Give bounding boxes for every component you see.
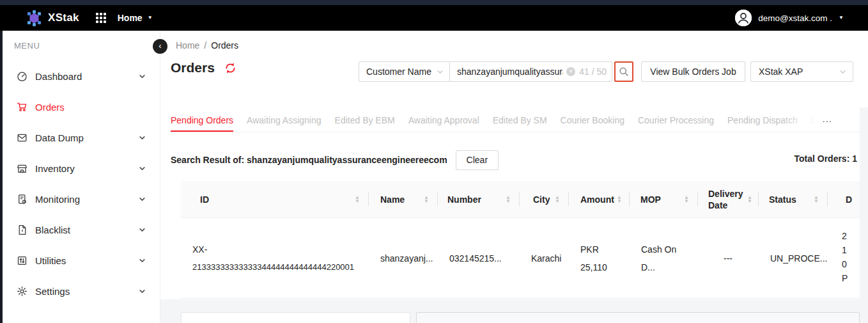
breadcrumb-current: Orders xyxy=(211,40,238,51)
search-field-select-value: Customer Name xyxy=(366,67,431,77)
sort-icon[interactable]: ▲▼ xyxy=(684,196,689,203)
cell-city: Karachi xyxy=(520,249,569,267)
browser-top-strip xyxy=(0,0,868,5)
cell-mop: Cash On D... xyxy=(630,240,698,276)
sidebar-item-label: Data Dump xyxy=(35,132,84,143)
sort-icon[interactable]: ▲▼ xyxy=(747,196,752,203)
tab-courier-booking[interactable]: Courier Booking xyxy=(561,109,624,132)
column-header-city[interactable]: City ▲▼ xyxy=(520,181,569,217)
chevron-down-icon xyxy=(139,196,146,203)
column-header-date-clipped[interactable]: D xyxy=(828,181,860,217)
xap-select[interactable]: XStak XAP xyxy=(750,61,853,82)
sort-icon[interactable]: ▲▼ xyxy=(355,196,360,203)
toolbar: Customer Name × 41 / 50 xyxy=(359,61,853,82)
chevron-down-icon xyxy=(139,288,146,295)
nav-home-label: Home xyxy=(118,13,143,23)
sidebar-item-dashboard[interactable]: Dashboard xyxy=(3,61,160,91)
doc-gear-icon xyxy=(17,194,27,205)
sidebar-item-settings[interactable]: Settings xyxy=(3,276,160,306)
sidebar-item-monitoring[interactable]: Monitoring xyxy=(3,184,160,214)
total-orders-count: Total Orders: 1 xyxy=(794,154,857,164)
search-icon xyxy=(619,67,629,77)
cell-customer-name: shanzayanj... xyxy=(369,249,438,267)
search-result-label: Search Result of: shanzayanjumqualityass… xyxy=(171,155,447,165)
chevron-down-icon xyxy=(839,68,846,75)
refresh-icon[interactable] xyxy=(224,62,236,74)
app-window: XStak Home ▼ demo@xstak.com . ▼ MENU xyxy=(0,0,868,323)
search-field-select[interactable]: Customer Name xyxy=(359,61,450,82)
user-menu[interactable]: demo@xstak.com . ▼ xyxy=(735,10,844,26)
sort-icon[interactable]: ▲▼ xyxy=(617,196,622,203)
breadcrumb-separator: / xyxy=(204,40,206,51)
cell-delivery-date: --- xyxy=(698,249,759,267)
xstak-logo-icon xyxy=(26,10,43,27)
brand-logo[interactable]: XStak xyxy=(26,10,79,27)
cell-date-clipped: 210P xyxy=(828,229,860,287)
orders-table-header: ID ▲▼ Name ▲▼ Number ▲▼ City ▲▼ Amount xyxy=(181,181,860,218)
chevron-down-icon xyxy=(139,226,146,233)
sort-icon[interactable]: ▲▼ xyxy=(506,196,511,203)
brand-name: XStak xyxy=(48,12,79,24)
column-header-status[interactable]: Status ▲▼ xyxy=(759,181,828,217)
sidebar-item-utilities[interactable]: Utilities xyxy=(3,245,160,276)
column-header-number[interactable]: Number ▲▼ xyxy=(438,181,520,217)
chevron-down-icon xyxy=(139,73,146,80)
sort-icon[interactable]: ▲▼ xyxy=(555,196,560,203)
content-area: ‹ Home/Orders Orders Custome xyxy=(160,31,868,323)
envelope-icon xyxy=(17,132,27,143)
order-table-row: XX- 21333333333333344444444444444220001 … xyxy=(181,218,860,299)
gear-icon xyxy=(17,286,27,297)
chevron-down-icon xyxy=(139,257,146,264)
sidebar-item-inventory[interactable]: Inventory xyxy=(3,153,160,184)
bottom-panel-left xyxy=(181,312,410,323)
sidebar-item-label: Monitoring xyxy=(35,194,80,205)
sort-icon[interactable]: ▲▼ xyxy=(424,196,429,203)
tabs-overflow-fade xyxy=(781,109,842,132)
arrows-box-icon xyxy=(17,255,27,266)
column-header-id[interactable]: ID ▲▼ xyxy=(181,181,369,217)
sidebar-collapse-button[interactable]: ‹ xyxy=(153,39,167,54)
sidebar-item-blacklist[interactable]: Blacklist xyxy=(3,214,160,245)
column-header-name[interactable]: Name ▲▼ xyxy=(369,181,438,217)
user-email: demo@xstak.com . xyxy=(758,13,832,23)
top-navigation-bar: XStak Home ▼ demo@xstak.com . ▼ xyxy=(0,5,868,31)
search-button[interactable] xyxy=(614,61,633,82)
view-bulk-orders-job-button[interactable]: View Bulk Orders Job xyxy=(641,61,745,82)
chevron-down-icon xyxy=(437,68,444,75)
cell-amount: PKR 25,110 xyxy=(569,240,630,276)
clear-input-icon[interactable]: × xyxy=(566,67,575,76)
user-avatar-icon xyxy=(735,10,752,26)
tab-edited-by-sm[interactable]: Edited By SM xyxy=(493,109,547,132)
sidebar-item-label: Settings xyxy=(35,286,70,297)
store-icon xyxy=(17,163,27,174)
search-input[interactable] xyxy=(457,67,563,77)
column-header-amount[interactable]: Amount ▲▼ xyxy=(569,181,630,217)
sidebar-item-label: Dashboard xyxy=(35,71,82,82)
tab-courier-processing[interactable]: Courier Processing xyxy=(638,109,714,132)
sort-icon[interactable]: ▲▼ xyxy=(814,196,819,203)
cell-status: UN_PROCE... xyxy=(759,249,828,267)
sidebar-item-label: Orders xyxy=(35,102,65,113)
tabs-more-button[interactable]: ... xyxy=(822,109,832,129)
cell-phone-number: 032145215... xyxy=(438,249,520,267)
chevron-down-icon xyxy=(139,134,146,141)
tab-pending-orders[interactable]: Pending Orders xyxy=(171,109,233,132)
sidebar: MENU Dashboard Orders xyxy=(0,31,160,323)
search-input-wrap: × 41 / 50 xyxy=(449,61,612,82)
tab-awaiting-assigning[interactable]: Awaiting Assigning xyxy=(247,109,321,132)
sidebar-item-data-dump[interactable]: Data Dump xyxy=(3,122,160,153)
chevron-down-icon xyxy=(139,165,146,172)
chevron-left-icon: ‹ xyxy=(159,42,161,50)
tab-edited-by-ebm[interactable]: Edited By EBM xyxy=(335,109,395,132)
column-header-delivery-date[interactable]: Delivery Date ▲▼ xyxy=(698,181,759,217)
clear-search-button[interactable]: Clear xyxy=(456,150,499,170)
column-header-mop[interactable]: MOP ▲▼ xyxy=(630,181,698,217)
sidebar-item-label: Inventory xyxy=(35,163,75,174)
nav-home-menu[interactable]: Home ▼ xyxy=(118,13,153,23)
tab-awaiting-approval[interactable]: Awaiting Approval xyxy=(408,109,479,132)
char-counter: 41 / 50 xyxy=(579,67,607,77)
cell-order-id: XX- 21333333333333344444444444444220001 xyxy=(181,240,369,276)
apps-grid-icon[interactable] xyxy=(96,13,106,23)
breadcrumb-home-link[interactable]: Home xyxy=(176,40,199,51)
sidebar-item-orders[interactable]: Orders xyxy=(3,91,160,122)
